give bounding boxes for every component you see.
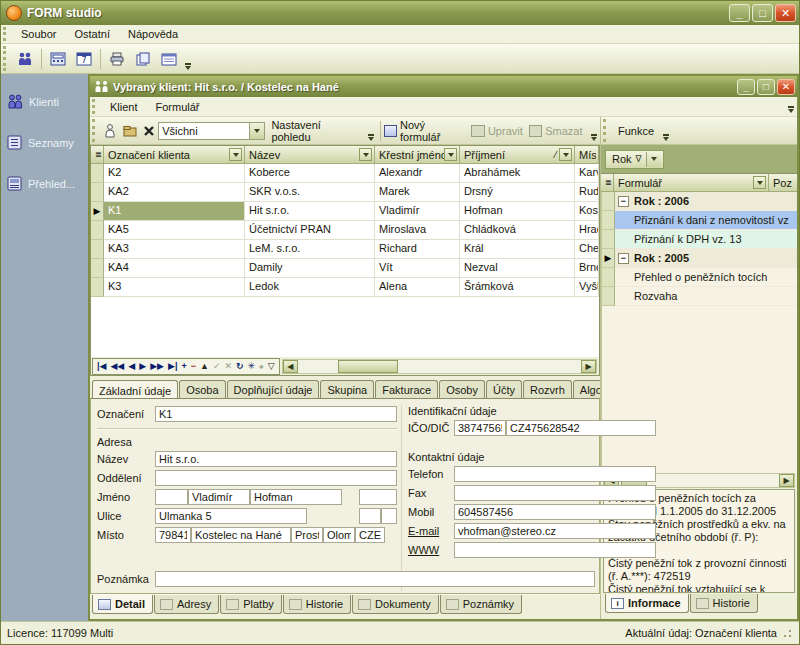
- chevron-down-icon[interactable]: [646, 152, 661, 167]
- table-row[interactable]: K2 Koberce Alexandr Abrahámek Karv: [91, 164, 599, 183]
- misto-field[interactable]: [191, 527, 291, 543]
- column-header-oznaceni[interactable]: Označení klienta: [104, 146, 245, 164]
- row-selector[interactable]: [91, 278, 104, 297]
- toolbar-overflow-button[interactable]: [182, 44, 194, 73]
- nav-refresh-button[interactable]: ↻: [234, 361, 246, 371]
- toolbar-grip[interactable]: [92, 119, 99, 142]
- www-field[interactable]: [454, 542, 656, 558]
- www-link-label[interactable]: WWW: [408, 544, 454, 556]
- tree-group-row[interactable]: ▶ −Rok : 2005: [602, 249, 797, 268]
- copy-icon[interactable]: [130, 47, 156, 71]
- menubar-overflow-button[interactable]: [785, 97, 797, 116]
- column-filter-icon[interactable]: [753, 176, 766, 189]
- clear-filter-icon[interactable]: [139, 119, 158, 143]
- row-selector[interactable]: [91, 259, 104, 278]
- resize-grip[interactable]: [781, 627, 793, 639]
- tab-fakturace[interactable]: Fakturace: [375, 380, 438, 398]
- scrollbar-thumb[interactable]: [338, 360, 398, 373]
- edit-button[interactable]: Upravit: [488, 122, 529, 140]
- view-settings-button[interactable]: Nastavení pohledu: [265, 116, 365, 146]
- view-filter-select[interactable]: Všichni: [158, 122, 265, 140]
- nav-next-button[interactable]: ▶: [137, 361, 148, 371]
- new-form-button[interactable]: Nový formulář: [400, 116, 471, 146]
- nav-cancel-button[interactable]: ✕: [222, 361, 234, 371]
- toolbar-grip[interactable]: [603, 119, 610, 142]
- row-selector[interactable]: [91, 164, 104, 183]
- toolbar-overflow-button[interactable]: [589, 117, 600, 144]
- okres-field[interactable]: [291, 527, 323, 543]
- table-row[interactable]: KA3 LeM. s.r.o. Richard Král Cheb: [91, 240, 599, 259]
- print-icon[interactable]: [104, 47, 130, 71]
- calendar-icon[interactable]: 7: [71, 47, 97, 71]
- current-row-marker-icon[interactable]: ▶: [602, 249, 615, 268]
- collapse-icon[interactable]: −: [618, 253, 629, 264]
- tab-ucty[interactable]: Účty: [486, 380, 522, 398]
- cislo-popisne-field[interactable]: [359, 508, 381, 524]
- toolbar-grip[interactable]: [3, 27, 10, 41]
- scroll-right-icon[interactable]: ▶: [779, 474, 794, 487]
- row-selector[interactable]: [602, 268, 615, 287]
- nav-prev-button[interactable]: ◀: [126, 361, 137, 371]
- menu-formular[interactable]: Formulář: [147, 99, 209, 115]
- email-link-label[interactable]: E-mail: [408, 525, 454, 537]
- row-selector[interactable]: [602, 211, 615, 230]
- nav-first-button[interactable]: |◀: [95, 361, 108, 371]
- row-selector[interactable]: [602, 287, 615, 306]
- client-maximize-button[interactable]: □: [757, 79, 775, 95]
- mobil-field[interactable]: [454, 504, 656, 520]
- table-row-selected[interactable]: ▶ K1 Hit s.r.o. Vladimír Hofman Kost: [91, 202, 599, 221]
- column-header-formular[interactable]: Formulář: [614, 174, 769, 192]
- column-filter-icon[interactable]: [359, 148, 372, 161]
- current-row-marker-icon[interactable]: ▶: [91, 202, 104, 221]
- delete-button[interactable]: Smazat: [545, 122, 588, 140]
- client-minimize-button[interactable]: _: [737, 79, 755, 95]
- tree-item-row[interactable]: Přiznání k DPH vz. 13: [602, 230, 797, 249]
- toolbar-overflow-button[interactable]: [365, 117, 376, 144]
- collapse-icon[interactable]: −: [618, 196, 629, 207]
- tab-historie-panel[interactable]: Historie: [690, 594, 758, 613]
- ico-field[interactable]: [454, 420, 506, 436]
- titul-za-field[interactable]: [359, 489, 397, 505]
- grid-horizontal-scrollbar[interactable]: ◀ ▶: [282, 359, 597, 374]
- maximize-button[interactable]: □: [752, 4, 773, 22]
- clients-icon[interactable]: [12, 47, 38, 71]
- grid-corner-button[interactable]: ≣: [91, 146, 104, 164]
- row-selector[interactable]: [602, 192, 615, 211]
- nav-bookmark-button[interactable]: ✳: [246, 361, 258, 371]
- poznamka-field[interactable]: [155, 571, 595, 587]
- tab-doplnujici-udaje[interactable]: Doplňující údaje: [227, 380, 320, 398]
- column-header-nazev[interactable]: Název: [245, 146, 375, 164]
- menu-ostatni[interactable]: Ostatní: [65, 26, 118, 42]
- table-row[interactable]: KA2 SKR v.o.s. Marek Drsný Rudn: [91, 183, 599, 202]
- column-filter-icon[interactable]: [559, 148, 572, 161]
- titul-field[interactable]: [155, 489, 188, 505]
- psc-field[interactable]: [155, 527, 191, 543]
- nav-delete-button[interactable]: −: [189, 361, 198, 371]
- menu-napoveda[interactable]: Nápověda: [119, 26, 187, 42]
- nav-last-button[interactable]: ▶|: [166, 361, 179, 371]
- person-filter-icon[interactable]: [101, 119, 120, 143]
- table-row[interactable]: KA5 Účetnictví PRAN Miroslava Chládková …: [91, 221, 599, 240]
- tab-historie[interactable]: Historie: [283, 595, 351, 614]
- tree-item-row[interactable]: Přehled o peněžních tocích: [602, 268, 797, 287]
- dic-field[interactable]: [506, 420, 656, 436]
- jmeno-field[interactable]: [188, 489, 250, 505]
- nav-post-button[interactable]: ✓: [211, 361, 223, 371]
- tab-platby[interactable]: Platby: [220, 595, 282, 614]
- nav-edit-button[interactable]: ▲: [198, 361, 211, 371]
- row-selector[interactable]: [91, 183, 104, 202]
- table-row[interactable]: KA4 Damily Vít Nezval Brno: [91, 259, 599, 278]
- menu-soubor[interactable]: Soubor: [12, 26, 65, 42]
- tree-item-row-selected[interactable]: Přiznání k dani z nemovitostí vz: [602, 211, 797, 230]
- stat-field[interactable]: [355, 527, 385, 543]
- tab-skupina[interactable]: Skupina: [320, 380, 374, 398]
- table-row[interactable]: K3 Ledok Alena Šrámková Vyšk: [91, 278, 599, 297]
- column-header-prijmeni[interactable]: Příjmení /: [460, 146, 575, 164]
- menu-klient[interactable]: Klient: [101, 99, 147, 115]
- sidebar-item-prehled[interactable]: Přehled...: [1, 170, 88, 197]
- scroll-right-icon[interactable]: ▶: [581, 360, 596, 373]
- row-selector[interactable]: [91, 221, 104, 240]
- tab-osoba[interactable]: Osoba: [179, 380, 225, 398]
- nazev-field[interactable]: [155, 451, 397, 467]
- tab-zakladni-udaje[interactable]: Základní údaje: [92, 380, 178, 399]
